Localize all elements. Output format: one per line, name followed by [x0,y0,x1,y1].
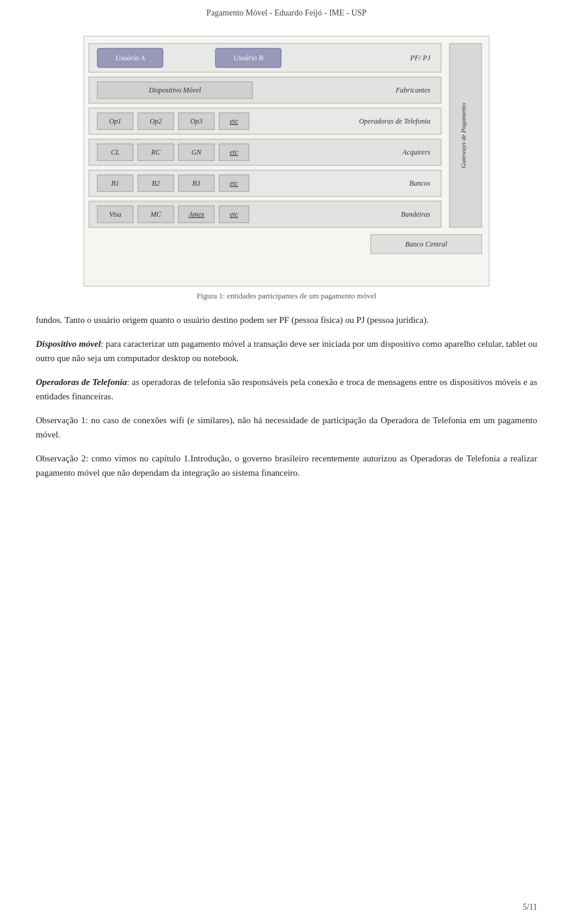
svg-text:PF/ PJ: PF/ PJ [409,54,430,62]
svg-text:etc: etc [230,148,239,156]
svg-text:etc: etc [230,210,239,218]
paragraph-2: Dispositivo móvel: para caracterizar um … [36,337,537,365]
svg-text:Fabricantes: Fabricantes [395,86,430,94]
para2-bold: Dispositivo móvel [36,339,101,349]
para4-text: Observação 1: no caso de conexões wifi (… [36,415,537,439]
page-header: Pagamento Móvel - Eduardo Feijó - IME - … [0,0,573,24]
svg-text:Op2: Op2 [150,117,162,125]
svg-text:Bancos: Bancos [409,179,431,187]
svg-text:Op3: Op3 [190,117,203,125]
para2-text: : para caracterizar um pagamento móvel a… [36,339,537,363]
svg-text:B2: B2 [152,179,159,187]
main-content: Usuário A Usuário B PF/ PJ Dispositivo M… [0,24,573,525]
diagram-wrapper: Usuário A Usuário B PF/ PJ Dispositivo M… [36,36,537,287]
paragraph-3: Operadoras de Telefonia: as operadoras d… [36,375,537,404]
svg-text:etc: etc [230,117,239,125]
svg-text:Amex: Amex [188,210,205,218]
svg-text:etc: etc [230,179,239,187]
svg-text:MC: MC [150,210,162,218]
svg-text:Acquirers: Acquirers [402,148,430,156]
paragraph-5: Observação 2: como vimos no capítulo 1.I… [36,451,537,480]
svg-text:Op1: Op1 [109,117,122,125]
svg-text:Usuário B: Usuário B [233,54,263,62]
header-title: Pagamento Móvel - Eduardo Feijó - IME - … [207,8,366,17]
svg-text:Gateways de Pagamento: Gateways de Pagamento [460,103,467,168]
svg-text:CL: CL [111,148,120,156]
figure-caption: Figura 1: entidades participantes de um … [36,291,537,301]
svg-text:RC: RC [150,148,161,156]
para1-text: fundos. Tanto o usuário origem quanto o … [36,315,429,325]
svg-text:Dispositivo Móvel: Dispositivo Móvel [148,86,201,94]
page-number: 5/11 [523,903,537,912]
svg-text:B1: B1 [111,179,119,187]
paragraph-1: fundos. Tanto o usuário origem quanto o … [36,313,537,327]
svg-text:Operadoras de Telefonia: Operadoras de Telefonia [359,117,430,125]
svg-text:GN: GN [192,148,202,156]
svg-text:Bandeiras: Bandeiras [401,210,431,218]
para5-text: Observação 2: como vimos no capítulo 1.I… [36,454,537,478]
svg-text:Banco Central: Banco Central [405,240,448,248]
svg-text:B3: B3 [192,179,200,187]
diagram-svg: Usuário A Usuário B PF/ PJ Dispositivo M… [84,36,489,287]
svg-text:Visa: Visa [109,210,121,218]
para3-bold: Operadoras de Telefonia [36,377,127,387]
svg-text:Usuário A: Usuário A [115,54,145,62]
paragraph-4: Observação 1: no caso de conexões wifi (… [36,413,537,442]
